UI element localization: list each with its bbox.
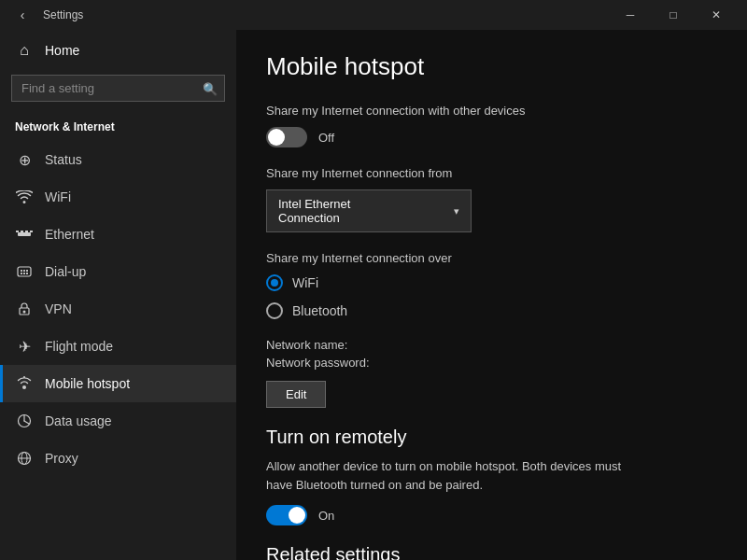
dropdown-arrow-icon: ▾ (454, 205, 459, 217)
remote-toggle-label: On (318, 509, 334, 523)
sidebar-item-status[interactable]: ⊕ Status (0, 141, 236, 178)
page-title: Mobile hotspot (266, 52, 717, 81)
titlebar: ‹ Settings ─ □ ✕ (0, 0, 747, 30)
sidebar-item-datausage[interactable]: Data usage (0, 402, 236, 440)
sidebar-item-proxy[interactable]: Proxy (0, 440, 236, 477)
sidebar-label-dialup: Dial-up (45, 264, 86, 279)
svg-rect-14 (23, 376, 25, 378)
svg-rect-11 (26, 273, 28, 274)
home-icon: ⌂ (15, 41, 34, 60)
svg-point-13 (23, 311, 26, 314)
search-icon: 🔍 (203, 81, 218, 95)
ethernet-icon (15, 225, 34, 244)
sidebar-item-ethernet[interactable]: Ethernet (0, 216, 236, 253)
remote-toggle-knob (289, 507, 305, 524)
sidebar-label-status: Status (45, 152, 82, 167)
radio-bluetooth-label: Bluetooth (292, 303, 347, 318)
related-settings-heading: Related settings (266, 544, 717, 560)
svg-rect-7 (23, 270, 25, 272)
sidebar-home-label: Home (45, 43, 79, 58)
radio-wifi-button[interactable] (266, 274, 283, 291)
proxy-icon (15, 449, 34, 468)
share-over-label: Share my Internet connection over (266, 251, 717, 265)
sidebar-label-datausage: Data usage (45, 413, 112, 428)
sidebar-item-dialup[interactable]: Dial-up (0, 253, 236, 290)
share-from-dropdown[interactable]: Intel Ethernet Connection ▾ (266, 189, 472, 232)
back-button[interactable]: ‹ (9, 2, 35, 28)
svg-rect-6 (21, 270, 22, 272)
datausage-icon (15, 412, 34, 430)
flightmode-icon: ✈ (15, 337, 34, 356)
share-toggle-row: Off (266, 127, 717, 147)
sidebar-item-flightmode[interactable]: ✈ Flight mode (0, 328, 236, 365)
turn-on-remotely-heading: Turn on remotely (266, 427, 717, 448)
toggle-knob (268, 129, 285, 146)
sidebar-label-proxy: Proxy (45, 451, 78, 466)
share-connection-label: Share my Internet connection with other … (266, 104, 717, 118)
share-toggle[interactable] (266, 127, 307, 147)
sidebar-label-ethernet: Ethernet (45, 227, 94, 242)
svg-rect-8 (26, 270, 28, 272)
turn-on-remotely-description: Allow another device to turn on mobile h… (266, 457, 640, 494)
search-input[interactable] (11, 75, 225, 102)
dialup-icon (15, 262, 34, 281)
remote-toggle[interactable] (266, 505, 307, 525)
network-info: Network name: Network password: Edit (266, 338, 717, 408)
status-icon: ⊕ (15, 150, 34, 169)
titlebar-title: Settings (43, 8, 609, 21)
vpn-icon (15, 300, 34, 318)
share-from-dropdown-row: Intel Ethernet Connection ▾ (266, 189, 717, 232)
radio-bluetooth-button[interactable] (266, 302, 283, 319)
svg-rect-9 (21, 273, 22, 274)
minimize-button[interactable]: ─ (609, 0, 652, 30)
close-button[interactable]: ✕ (695, 0, 738, 30)
share-from-label: Share my Internet connection from (266, 166, 717, 180)
back-icon: ‹ (21, 7, 25, 22)
sidebar-item-wifi[interactable]: WiFi (0, 178, 236, 216)
edit-button[interactable]: Edit (266, 381, 326, 408)
network-password-label: Network password: (266, 356, 717, 370)
svg-rect-4 (30, 231, 33, 232)
svg-rect-1 (16, 231, 19, 232)
window-controls: ─ □ ✕ (609, 0, 738, 30)
sidebar-item-vpn[interactable]: VPN (0, 290, 236, 328)
radio-bluetooth[interactable]: Bluetooth (266, 302, 717, 319)
main-layout: ⌂ Home 🔍 Network & Internet ⊕ Status WiF… (0, 30, 747, 560)
sidebar-section-title: Network & Internet (0, 113, 236, 141)
radio-wifi-dot (271, 279, 278, 287)
network-name-label: Network name: (266, 338, 717, 352)
mobilehotspot-icon (15, 374, 34, 393)
dropdown-value: Intel Ethernet Connection (278, 197, 398, 225)
radio-wifi[interactable]: WiFi (266, 274, 717, 291)
radio-wifi-label: WiFi (292, 275, 318, 290)
content-area: Mobile hotspot Share my Internet connect… (236, 30, 747, 560)
search-container: 🔍 (11, 75, 225, 102)
remote-toggle-row: On (266, 505, 717, 525)
sidebar-label-mobilehotspot: Mobile hotspot (45, 376, 130, 391)
svg-rect-10 (23, 273, 25, 274)
wifi-icon (15, 188, 34, 206)
svg-rect-2 (21, 231, 23, 232)
sidebar-label-flightmode: Flight mode (45, 339, 113, 354)
sidebar-label-vpn: VPN (45, 301, 72, 316)
share-over-radio-group: WiFi Bluetooth (266, 274, 717, 319)
sidebar-label-wifi: WiFi (45, 189, 71, 204)
sidebar: ⌂ Home 🔍 Network & Internet ⊕ Status WiF… (0, 30, 236, 560)
share-toggle-label: Off (318, 131, 334, 145)
svg-rect-3 (25, 231, 28, 232)
sidebar-item-home[interactable]: ⌂ Home (0, 30, 236, 71)
svg-rect-0 (18, 232, 31, 236)
restore-button[interactable]: □ (652, 0, 695, 30)
sidebar-item-mobilehotspot[interactable]: Mobile hotspot (0, 365, 236, 402)
